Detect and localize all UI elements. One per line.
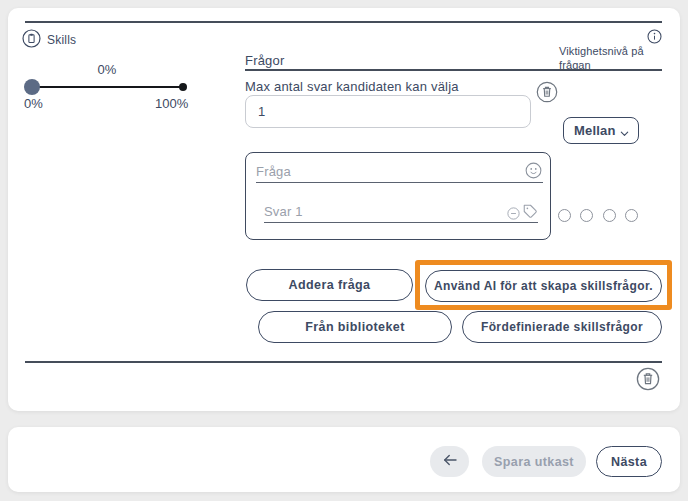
answer-input[interactable] xyxy=(264,201,506,223)
question-underline xyxy=(522,182,543,183)
slider-track xyxy=(32,86,184,88)
bottom-divider xyxy=(25,361,662,363)
question-editor-box xyxy=(245,152,551,240)
emoji-icon[interactable] xyxy=(525,162,542,179)
max-answers-label: Max antal svar kandidaten kan välja xyxy=(245,79,459,94)
answer-option-radio[interactable] xyxy=(580,209,593,222)
slider-min-label: 0% xyxy=(24,96,43,111)
next-button[interactable]: Nästa xyxy=(596,446,662,477)
from-library-button[interactable]: Från biblioteket xyxy=(258,311,452,343)
question-input[interactable] xyxy=(256,161,522,183)
slider-value-label: 0% xyxy=(67,62,147,77)
importance-select[interactable]: Mellan xyxy=(563,117,639,144)
max-answers-input[interactable] xyxy=(245,95,531,128)
predefined-questions-button[interactable]: Fördefinierade skillsfrågor xyxy=(462,311,662,343)
delete-question-icon[interactable] xyxy=(536,81,558,103)
top-divider xyxy=(25,21,662,23)
chevron-down-icon xyxy=(619,125,630,136)
questions-header: Frågor xyxy=(245,53,285,68)
back-button[interactable] xyxy=(430,446,469,477)
importance-selected-value: Mellan xyxy=(574,123,619,138)
skills-card: Skills 0% 0% 100% Frågor Viktighetsnivå … xyxy=(8,8,680,411)
add-question-button[interactable]: Addera fråga xyxy=(246,269,413,301)
questions-divider xyxy=(245,69,662,71)
answer-option-radio[interactable] xyxy=(558,209,571,222)
answer-underline xyxy=(506,222,538,223)
save-draft-button[interactable]: Spara utkast xyxy=(482,446,586,477)
info-icon[interactable] xyxy=(647,29,662,44)
answer-option-radio[interactable] xyxy=(625,209,638,222)
remove-answer-icon[interactable] xyxy=(507,206,520,219)
section-title: Skills xyxy=(47,33,76,47)
use-ai-button[interactable]: Använd AI för att skapa skillsfrågor. xyxy=(425,270,662,302)
slider-max-label: 100% xyxy=(155,96,188,111)
delete-section-icon[interactable] xyxy=(636,367,660,391)
slider-end-dot xyxy=(179,83,187,91)
footer-bar: Spara utkast Nästa xyxy=(8,427,680,492)
tag-icon[interactable] xyxy=(523,204,538,219)
answer-option-radio[interactable] xyxy=(603,209,616,222)
arrow-left-icon xyxy=(441,451,459,472)
clipboard-icon xyxy=(22,29,41,48)
slider-handle[interactable] xyxy=(24,79,40,95)
